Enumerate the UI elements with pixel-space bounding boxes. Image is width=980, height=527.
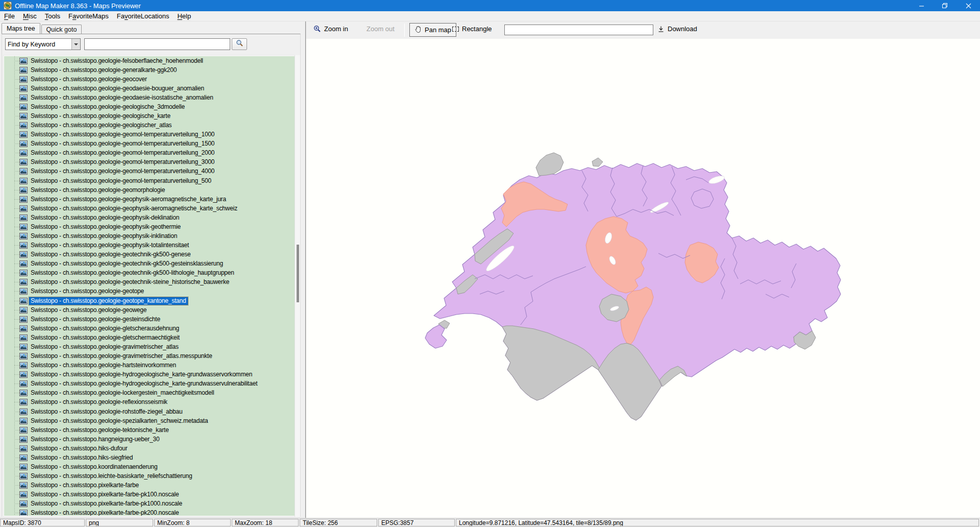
- tree-item[interactable]: Swisstopo - ch.swisstopo.geologie-geotop…: [4, 287, 299, 296]
- tree-item-label[interactable]: Swisstopo - ch.swisstopo.geologie-geophy…: [29, 196, 228, 203]
- tree-item[interactable]: Swisstopo - ch.swisstopo.geologie-geotec…: [4, 250, 299, 259]
- close-button[interactable]: [957, 0, 980, 11]
- tree-item[interactable]: Swisstopo - ch.swisstopo.koordinatenaend…: [4, 462, 299, 471]
- tree-item[interactable]: Swisstopo - ch.swisstopo.hangneigung-ueb…: [4, 435, 299, 444]
- sidebar-scrollbar-thumb[interactable]: [297, 245, 299, 302]
- tree-item[interactable]: Swisstopo - ch.swisstopo.geologie-gletsc…: [4, 324, 299, 333]
- tree-item-label[interactable]: Swisstopo - ch.swisstopo.geologie-geotec…: [29, 269, 236, 277]
- tree-item-label[interactable]: Swisstopo - ch.swisstopo.geologie-tekton…: [29, 426, 170, 434]
- tree-item[interactable]: Swisstopo - ch.swisstopo.hiks-siegfried: [4, 453, 299, 462]
- tree-item-label[interactable]: Swisstopo - ch.swisstopo.geologie-geotec…: [29, 260, 225, 268]
- tree-item-label[interactable]: Swisstopo - ch.swisstopo.geologie-reflex…: [29, 398, 169, 406]
- tree-item-label[interactable]: Swisstopo - ch.swisstopo.geologie-geomol…: [29, 131, 216, 138]
- tab-maps-tree[interactable]: Maps tree: [2, 23, 40, 34]
- tree-item[interactable]: Swisstopo - ch.swisstopo.geologie-geolog…: [4, 111, 299, 121]
- map-canvas[interactable]: [306, 39, 980, 518]
- tree-item[interactable]: Swisstopo - ch.swisstopo.geologie-genera…: [4, 65, 299, 75]
- tree-item[interactable]: Swisstopo - ch.swisstopo.geologie-geophy…: [4, 222, 299, 231]
- tree-item[interactable]: Swisstopo - ch.swisstopo.geologie-geolog…: [4, 121, 299, 130]
- tree-item-label[interactable]: Swisstopo - ch.swisstopo.geologie-geoweg…: [29, 306, 148, 314]
- tree-item[interactable]: Swisstopo - ch.swisstopo.geologie-geomol…: [4, 149, 299, 158]
- tree-item-label[interactable]: Swisstopo - ch.swisstopo.geologie-gletsc…: [29, 325, 181, 332]
- tree-item[interactable]: Swisstopo - ch.swisstopo.geologie-geoweg…: [4, 305, 299, 315]
- tree-item-label[interactable]: Swisstopo - ch.swisstopo.geologie-geotec…: [29, 251, 192, 258]
- tree-item-label[interactable]: Swisstopo - ch.swisstopo.geologie-geomol…: [29, 140, 216, 148]
- tree-item-label[interactable]: Swisstopo - ch.swisstopo.geologie-geomol…: [29, 149, 216, 157]
- menu-item-misc[interactable]: Misc: [19, 11, 41, 21]
- combobox-dropdown-button[interactable]: [71, 39, 80, 50]
- tree-item-label[interactable]: Swisstopo - ch.swisstopo.koordinatenaend…: [29, 463, 159, 471]
- tree-item-label[interactable]: Swisstopo - ch.swisstopo.leichte-basiska…: [29, 472, 193, 480]
- tree-item[interactable]: Swisstopo - ch.swisstopo.geologie-geotec…: [4, 259, 299, 269]
- tree-item-label[interactable]: Swisstopo - ch.swisstopo.geologie-geotec…: [29, 278, 231, 286]
- tree-item[interactable]: Swisstopo - ch.swisstopo.pixelkarte-farb…: [4, 509, 299, 516]
- tab-quick-goto[interactable]: Quick goto: [41, 25, 82, 34]
- tree-item-label[interactable]: Swisstopo - ch.swisstopo.geologie-geophy…: [29, 232, 179, 240]
- tree-item-label[interactable]: Swisstopo - ch.swisstopo.geologie-geophy…: [29, 223, 182, 231]
- tree-item[interactable]: Swisstopo - ch.swisstopo.geologie-geophy…: [4, 195, 299, 204]
- restore-button[interactable]: [933, 0, 957, 11]
- search-input[interactable]: [84, 38, 230, 50]
- tree-item[interactable]: Swisstopo - ch.swisstopo.pixelkarte-farb…: [4, 490, 299, 499]
- tree-item[interactable]: Swisstopo - ch.swisstopo.geologie-geocov…: [4, 75, 299, 84]
- tree-item[interactable]: Swisstopo - ch.swisstopo.geologie-hydrog…: [4, 370, 299, 379]
- tree-item[interactable]: Swisstopo - ch.swisstopo.geologie-geophy…: [4, 241, 299, 250]
- download-button[interactable]: Download: [657, 25, 697, 33]
- tree-item-label[interactable]: Swisstopo - ch.swisstopo.geologie-geolog…: [29, 103, 186, 111]
- tree-item[interactable]: Swisstopo - ch.swisstopo.geologie-rohsto…: [4, 407, 299, 416]
- tree-item[interactable]: Swisstopo - ch.swisstopo.pixelkarte-farb…: [4, 481, 299, 490]
- search-button[interactable]: [232, 38, 247, 50]
- tree-item-label[interactable]: Swisstopo - ch.swisstopo.geologie-geolog…: [29, 112, 172, 120]
- tree-item-label[interactable]: Swisstopo - ch.swisstopo.geologie-geodae…: [29, 85, 206, 92]
- tree-item[interactable]: Swisstopo - ch.swisstopo.geologie-geotec…: [4, 269, 299, 278]
- maps-tree-list-viewport[interactable]: Swisstopo - ch.swisstopo.geologie-felsob…: [4, 56, 299, 516]
- tree-item[interactable]: Swisstopo - ch.swisstopo.geologie-geomol…: [4, 139, 299, 149]
- tree-item-label[interactable]: Swisstopo - ch.swisstopo.geologie-spezia…: [29, 417, 209, 425]
- tree-item[interactable]: Swisstopo - ch.swisstopo.geologie-geomol…: [4, 176, 299, 185]
- tree-item-label[interactable]: Swisstopo - ch.swisstopo.pixelkarte-farb…: [29, 491, 180, 498]
- tree-item[interactable]: Swisstopo - ch.swisstopo.geologie-geotec…: [4, 278, 299, 287]
- sidebar-scrollbar[interactable]: [295, 55, 300, 517]
- tree-item-label[interactable]: Swisstopo - ch.swisstopo.hangneigung-ueb…: [29, 436, 161, 443]
- tree-item[interactable]: Swisstopo - ch.swisstopo.pixelkarte-farb…: [4, 499, 299, 509]
- toolbar-input[interactable]: [504, 25, 653, 35]
- tree-item-label[interactable]: Swisstopo - ch.swisstopo.geologie-gestei…: [29, 316, 162, 323]
- tree-item[interactable]: Swisstopo - ch.swisstopo.geologie-geotop…: [4, 296, 299, 305]
- tree-item[interactable]: Swisstopo - ch.swisstopo.geologie-hartst…: [4, 361, 299, 370]
- tree-item[interactable]: Swisstopo - ch.swisstopo.geologie-geophy…: [4, 204, 299, 213]
- tree-item-label[interactable]: Swisstopo - ch.swisstopo.pixelkarte-farb…: [29, 500, 184, 508]
- tree-item[interactable]: Swisstopo - ch.swisstopo.geologie-geodae…: [4, 84, 299, 93]
- tree-item-label[interactable]: Swisstopo - ch.swisstopo.geologie-hartst…: [29, 362, 178, 369]
- tree-item-label[interactable]: Swisstopo - ch.swisstopo.pixelkarte-farb…: [29, 509, 180, 516]
- tree-item-label[interactable]: Swisstopo - ch.swisstopo.geologie-geolog…: [29, 122, 173, 129]
- tree-item[interactable]: Swisstopo - ch.swisstopo.geologie-geophy…: [4, 213, 299, 222]
- tree-item-label[interactable]: Swisstopo - ch.swisstopo.geologie-hydrog…: [29, 371, 254, 378]
- tree-item-label[interactable]: Swisstopo - ch.swisstopo.geologie-geomor…: [29, 186, 166, 194]
- tree-item[interactable]: Swisstopo - ch.swisstopo.geologie-spezia…: [4, 416, 299, 425]
- menu-item-favoritemaps[interactable]: FavoriteMaps: [64, 11, 113, 21]
- tree-item[interactable]: Swisstopo - ch.swisstopo.geologie-gestei…: [4, 315, 299, 324]
- tree-item-label[interactable]: Swisstopo - ch.swisstopo.geologie-gravim…: [29, 343, 180, 351]
- tree-item-label[interactable]: Swisstopo - ch.swisstopo.hiks-siegfried: [29, 454, 134, 462]
- tree-item-label[interactable]: Swisstopo - ch.swisstopo.geologie-gletsc…: [29, 334, 181, 342]
- tree-item-label[interactable]: Swisstopo - ch.swisstopo.geologie-gravim…: [29, 352, 214, 360]
- find-mode-combobox[interactable]: Find by Keyword: [5, 38, 81, 50]
- tree-item-label[interactable]: Swisstopo - ch.swisstopo.geologie-rohsto…: [29, 408, 184, 416]
- tree-item[interactable]: Swisstopo - ch.swisstopo.hiks-dufour: [4, 444, 299, 453]
- tree-item[interactable]: Swisstopo - ch.swisstopo.geologie-geophy…: [4, 231, 299, 241]
- tree-item-label[interactable]: Swisstopo - ch.swisstopo.geologie-locker…: [29, 389, 215, 397]
- tree-item-label[interactable]: Swisstopo - ch.swisstopo.geologie-geomol…: [29, 158, 216, 166]
- tree-item[interactable]: Swisstopo - ch.swisstopo.geologie-geomol…: [4, 167, 299, 176]
- tree-item-label[interactable]: Swisstopo - ch.swisstopo.geologie-felsob…: [29, 57, 205, 65]
- tree-item[interactable]: Swisstopo - ch.swisstopo.geologie-reflex…: [4, 398, 299, 407]
- tree-item[interactable]: Swisstopo - ch.swisstopo.geologie-tekton…: [4, 425, 299, 435]
- rectangle-button[interactable]: Rectangle: [452, 25, 492, 33]
- tree-item-label[interactable]: Swisstopo - ch.swisstopo.geologie-geomol…: [29, 167, 216, 175]
- tree-item-label[interactable]: Swisstopo - ch.swisstopo.geologie-geodae…: [29, 94, 215, 102]
- menu-item-help[interactable]: Help: [173, 11, 195, 21]
- menu-item-file[interactable]: File: [0, 11, 19, 21]
- tree-item[interactable]: Swisstopo - ch.swisstopo.geologie-geomol…: [4, 158, 299, 167]
- tree-item[interactable]: Swisstopo - ch.swisstopo.geologie-geomol…: [4, 130, 299, 139]
- tree-item[interactable]: Swisstopo - ch.swisstopo.geologie-gravim…: [4, 352, 299, 361]
- menu-item-favoritelocations[interactable]: FavoriteLocations: [113, 11, 174, 21]
